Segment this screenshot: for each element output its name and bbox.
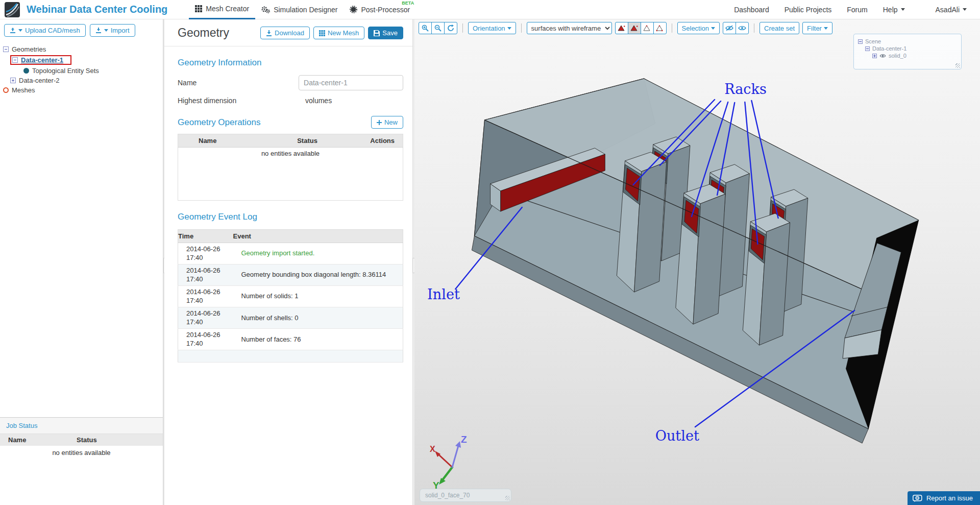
geometry-name-input[interactable]: [299, 75, 403, 90]
scene-tree-root[interactable]: Scene: [858, 38, 957, 45]
nav-user-label: AsadAli: [936, 6, 960, 14]
event-log-table: Time Event 2014-06-26 17:40 Geometry imp…: [178, 229, 403, 363]
report-issue-label: Report an issue: [926, 494, 973, 502]
event-text: Geometry bounding box diagonal length: 8…: [233, 264, 403, 285]
job-col-status: Status: [68, 434, 163, 446]
geometry-operations-heading: Geometry Operations: [178, 117, 261, 128]
event-row: 2014-06-26 17:40 Geometry import started…: [178, 243, 403, 264]
resize-handle[interactable]: [955, 63, 960, 68]
selected-face-label: solid_0_face_70: [425, 492, 470, 499]
hide-selected-button[interactable]: [723, 22, 736, 34]
tab-post-processor[interactable]: Post-Processor BETA: [344, 0, 416, 19]
ops-col-actions: Actions: [358, 134, 403, 148]
zoom-in-button[interactable]: [419, 22, 432, 34]
show-edges-toggle[interactable]: [641, 22, 654, 34]
tree-node-data-center-1[interactable]: Data-center-1: [10, 54, 160, 66]
tree-label-entity-sets: Topological Entity Sets: [32, 67, 99, 75]
orientation-dropdown[interactable]: Orientation: [468, 22, 516, 34]
upload-cad-button[interactable]: Upload CAD/mesh: [4, 24, 86, 37]
render-mode-select[interactable]: surfaces with wireframe: [527, 22, 612, 34]
job-status-title: Job Status: [0, 418, 163, 434]
top-nav: Dashboard Public Projects Forum Help Asa…: [734, 6, 967, 14]
resize-handle[interactable]: [505, 496, 510, 500]
tab-simulation-designer[interactable]: Simulation Designer: [255, 0, 344, 19]
nav-dashboard[interactable]: Dashboard: [734, 6, 769, 14]
panel-title: Geometry: [178, 26, 229, 40]
nav-forum[interactable]: Forum: [847, 6, 867, 14]
expand-icon[interactable]: [872, 54, 877, 58]
workflow-tabs: Mesh Creator Simulation Designer Post-Pr…: [189, 0, 416, 19]
eye-icon[interactable]: [879, 54, 886, 58]
ops-col-name: Name: [178, 134, 257, 148]
show-solid-toggle[interactable]: [615, 22, 628, 34]
scene-tree-root-label: Scene: [865, 38, 881, 44]
filter-dropdown[interactable]: Filter: [802, 22, 832, 34]
collapse-icon[interactable]: [12, 57, 18, 63]
toolbar-separator: [521, 23, 522, 33]
new-operation-button[interactable]: New: [371, 116, 403, 129]
expand-icon[interactable]: [10, 78, 16, 83]
collapse-icon[interactable]: [3, 46, 9, 52]
project-title: Webinar Data Center Cooling: [27, 4, 167, 15]
viewport-3d[interactable]: Orientation surfaces with wireframe: [414, 19, 980, 505]
3d-scene[interactable]: Racks Inlet Outlet: [414, 38, 980, 505]
new-mesh-button[interactable]: New Mesh: [313, 27, 364, 39]
scene-tree-overlay[interactable]: Scene Data-center-1 solid_0: [853, 34, 962, 69]
import-button[interactable]: Import: [90, 24, 135, 37]
filter-label: Filter: [807, 25, 822, 32]
axis-gizmo[interactable]: X Y Z: [429, 436, 485, 492]
show-surface-toggle[interactable]: [628, 22, 641, 34]
inlet-annotation: Inlet: [427, 286, 460, 302]
name-label: Name: [178, 79, 299, 87]
scene-tree-geometry[interactable]: Data-center-1: [865, 45, 957, 52]
create-set-button[interactable]: Create set: [760, 22, 799, 34]
job-status-table: Name Status: [0, 434, 163, 446]
upload-cad-label: Upload CAD/mesh: [25, 27, 80, 34]
collapse-icon[interactable]: [865, 46, 870, 51]
tree-node-meshes[interactable]: Meshes: [3, 85, 160, 95]
import-label: Import: [111, 27, 130, 34]
chevron-down-icon: [18, 29, 22, 32]
geometry-panel: Geometry Download New Mesh: [164, 19, 412, 505]
save-button[interactable]: Save: [368, 27, 403, 39]
grid-icon: [195, 5, 202, 12]
tree-label-geometries: Geometries: [12, 45, 46, 53]
app-logo[interactable]: [5, 2, 20, 17]
solid-triangle-icon: [618, 25, 625, 32]
show-points-toggle[interactable]: [653, 22, 667, 34]
eye-icon: [738, 25, 746, 31]
outline-triangle-icon: [643, 25, 651, 32]
event-time: 2014-06-26 17:40: [178, 264, 233, 285]
save-icon: [374, 30, 380, 36]
download-button[interactable]: Download: [260, 27, 310, 39]
meshes-icon: [3, 87, 9, 93]
show-selected-button[interactable]: [736, 22, 749, 34]
dimension-label: Highest dimension: [178, 97, 305, 105]
tab-mesh-creator[interactable]: Mesh Creator: [189, 0, 255, 19]
refresh-view-button[interactable]: [444, 22, 457, 34]
refresh-icon: [447, 25, 454, 32]
tree-node-topological-entity-sets[interactable]: Topological Entity Sets: [23, 66, 160, 76]
collapse-icon[interactable]: [858, 39, 863, 44]
nav-help[interactable]: Help: [883, 6, 905, 14]
scene-tree-solid[interactable]: solid_0: [872, 52, 957, 59]
dimension-value: volumes: [305, 97, 332, 105]
nav-user-menu[interactable]: AsadAli: [936, 6, 967, 14]
selected-face-chip[interactable]: solid_0_face_70: [420, 489, 511, 502]
tab-label: Mesh Creator: [206, 5, 249, 13]
tree-label-data-center-1[interactable]: Data-center-1: [21, 56, 63, 64]
operations-table: Name Status Actions no entities availabl…: [178, 134, 403, 201]
report-issue-button[interactable]: Report an issue: [908, 491, 980, 505]
logo-swoosh-icon: [5, 2, 20, 17]
zoom-out-button[interactable]: [431, 22, 445, 34]
nav-public-projects[interactable]: Public Projects: [785, 6, 832, 14]
tree-node-geometries[interactable]: Geometries: [3, 44, 160, 54]
gears-icon: [261, 6, 270, 13]
scene-tree-geometry-label: Data-center-1: [872, 45, 906, 52]
zoom-out-icon: [434, 25, 442, 32]
operations-empty-space: [178, 157, 403, 200]
project-tree-panel: Upload CAD/mesh Import Geometries Data-c…: [0, 19, 163, 505]
upload-icon: [10, 28, 16, 34]
tree-node-data-center-2[interactable]: Data-center-2: [10, 76, 160, 85]
selection-dropdown[interactable]: Selection: [677, 22, 720, 34]
